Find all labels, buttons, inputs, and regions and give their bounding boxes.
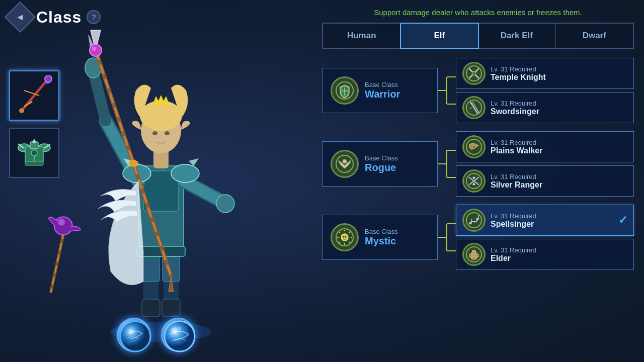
plains-walker-text: Lv. 31 Required Plains Walker	[491, 139, 627, 155]
orb-2[interactable]	[161, 318, 195, 352]
orbs-container	[117, 318, 195, 352]
classes-list: Base Class Warrior	[322, 58, 634, 270]
svg-point-99	[345, 236, 347, 238]
race-tabs: Human Elf Dark Elf Dwarf	[322, 23, 634, 49]
spellsinger-text: Lv. 31 Required Spellsinger	[491, 212, 613, 229]
svg-point-60	[172, 327, 178, 333]
svg-line-95	[349, 232, 350, 233]
mystic-branch-lines	[438, 215, 456, 260]
svg-point-40	[152, 131, 157, 135]
svg-point-3	[19, 108, 24, 113]
swordsinger-icon	[462, 96, 486, 119]
mystic-class-text: Base Class Mystic	[365, 228, 398, 247]
svg-point-51	[128, 160, 138, 166]
svg-line-97	[349, 242, 350, 243]
svg-point-50	[92, 47, 96, 51]
warrior-base-class[interactable]: Base Class Warrior	[322, 68, 438, 113]
mystic-row: Base Class Mystic	[322, 205, 634, 270]
svg-rect-14	[25, 161, 43, 165]
warrior-subclasses: Lv. 31 Required Temple Knight	[456, 58, 634, 123]
mystic-base-class[interactable]: Base Class Mystic	[322, 215, 438, 260]
svg-line-96	[339, 242, 340, 243]
svg-point-72	[472, 71, 476, 75]
tab-dwarf[interactable]: Dwarf	[556, 24, 633, 48]
svg-point-39	[140, 101, 182, 131]
elder-text: Lv. 31 Required Elder	[491, 246, 627, 263]
svg-point-84	[472, 145, 475, 148]
svg-point-49	[90, 44, 102, 56]
warrior-branch-lines	[438, 68, 456, 113]
silver-ranger-text: Lv. 31 Required Silver Ranger	[491, 173, 627, 190]
rogue-class-text: Base Class Rogue	[365, 154, 398, 173]
svg-point-61	[178, 327, 181, 330]
back-button[interactable]: ◄	[5, 2, 36, 33]
support-text: Support damage dealer who attacks enemie…	[322, 0, 634, 23]
svg-point-77	[336, 155, 353, 172]
silver-ranger-item[interactable]: Lv. 31 Required Silver Ranger	[456, 165, 634, 197]
plains-walker-icon	[462, 135, 486, 158]
svg-point-58	[129, 329, 134, 334]
rogue-subclasses: Lv. 31 Required Plains Walker	[456, 131, 634, 197]
help-button[interactable]: ?	[87, 10, 101, 24]
rogue-row: Base Class Rogue	[322, 131, 634, 197]
tab-human[interactable]: Human	[323, 24, 401, 48]
elder-item[interactable]: Lv. 31 Required Elder	[456, 239, 634, 270]
svg-line-4	[24, 104, 28, 107]
swordsinger-text: Lv. 31 Required Swordsinger	[491, 100, 627, 116]
svg-point-13	[31, 150, 37, 156]
left-panel	[0, 0, 312, 362]
svg-point-111	[472, 250, 476, 251]
svg-point-78	[343, 159, 347, 163]
svg-point-35	[171, 164, 199, 183]
orb-1[interactable]	[117, 318, 151, 352]
warrior-class-text: Base Class Warrior	[365, 81, 400, 100]
swordsinger-item[interactable]: Lv. 31 Required Swordsinger	[456, 92, 634, 123]
armor-icon	[14, 133, 54, 173]
mystic-subclasses: Lv. 31 Required Spellsinger ✓	[456, 205, 634, 270]
plains-walker-item[interactable]: Lv. 31 Required Plains Walker	[456, 131, 634, 162]
rogue-branch-lines	[438, 141, 456, 187]
back-arrow-icon: ◄	[16, 12, 25, 22]
rogue-icon	[331, 150, 359, 178]
mystic-icon	[331, 223, 359, 251]
temple-knight-item[interactable]: Lv. 31 Required Temple Knight	[456, 58, 634, 89]
svg-point-57	[120, 321, 150, 351]
svg-point-59	[165, 321, 195, 351]
page-title: Class	[36, 8, 82, 27]
svg-point-110	[471, 258, 476, 260]
selected-check-icon: ✓	[618, 214, 627, 227]
svg-marker-11	[32, 139, 36, 143]
temple-knight-icon	[462, 62, 486, 85]
spellsinger-icon	[462, 209, 486, 232]
svg-point-32	[216, 195, 234, 213]
tab-elf[interactable]: Elf	[400, 23, 479, 49]
silver-ranger-icon	[462, 169, 486, 193]
svg-point-104	[466, 213, 481, 228]
tab-dark-elf[interactable]: Dark Elf	[478, 24, 556, 48]
svg-rect-20	[142, 299, 160, 317]
rogue-base-class[interactable]: Base Class Rogue	[322, 141, 438, 187]
warrior-icon	[331, 76, 359, 105]
spellsinger-item[interactable]: Lv. 31 Required Spellsinger ✓	[456, 205, 634, 236]
temple-knight-text: Lv. 31 Required Temple Knight	[491, 65, 627, 82]
header: ◄ Class ?	[0, 0, 110, 34]
svg-line-94	[339, 232, 340, 233]
right-panel: Support damage dealer who attacks enemie…	[312, 0, 644, 362]
help-icon: ?	[92, 13, 96, 21]
svg-rect-21	[162, 299, 180, 317]
character-figure	[50, 10, 272, 352]
warrior-row: Base Class Warrior	[322, 58, 634, 123]
svg-point-41	[165, 131, 170, 135]
weapon-icon	[14, 75, 54, 116]
svg-point-98	[343, 236, 345, 238]
elder-icon	[462, 243, 486, 266]
svg-point-89	[341, 234, 348, 241]
